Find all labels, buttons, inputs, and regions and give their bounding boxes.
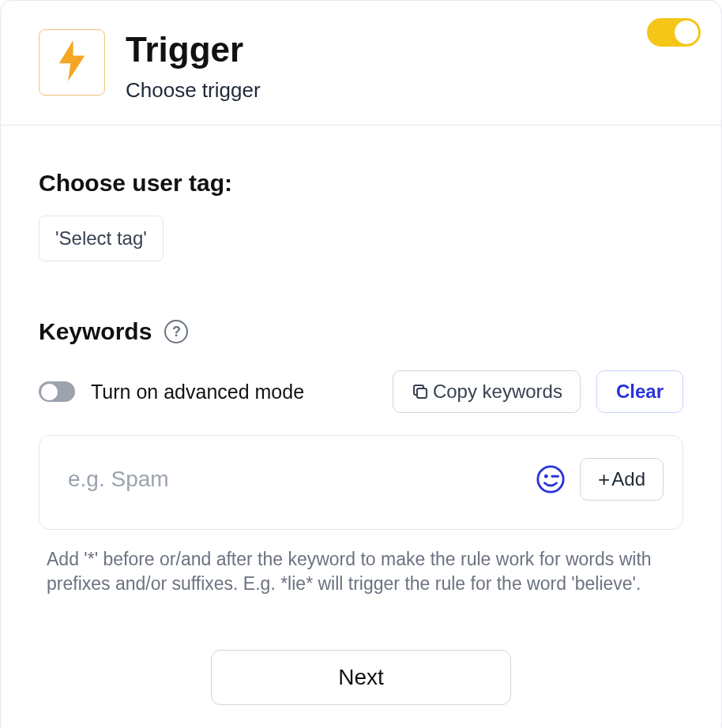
select-tag-dropdown[interactable]: 'Select tag' [39,216,164,261]
trigger-card: Trigger Choose trigger Choose user tag: … [0,0,722,728]
keywords-header-row: Keywords ? [39,318,683,345]
trigger-icon-box [39,29,105,96]
user-tag-label: Choose user tag: [39,170,683,197]
advanced-mode-toggle[interactable] [39,381,75,402]
card-header: Trigger Choose trigger [1,1,721,126]
lightning-icon [56,40,88,84]
title-block: Trigger Choose trigger [126,31,261,103]
copy-icon [411,382,430,401]
keyword-help-text: Add '*' before or/and after the keyword … [39,547,683,596]
question-icon[interactable]: ? [164,320,188,343]
keyword-input[interactable] [68,467,521,492]
copy-keywords-button[interactable]: Copy keywords [393,370,581,413]
card-subtitle: Choose trigger [126,78,261,103]
plus-icon: + [598,469,610,490]
advanced-mode-label: Turn on advanced mode [91,381,377,403]
copy-keywords-label: Copy keywords [433,381,562,403]
footer-row: Next [39,650,683,705]
add-label: Add [611,468,645,490]
toggle-knob [675,21,698,44]
next-button[interactable]: Next [211,650,511,705]
svg-point-2 [544,475,548,478]
card-body: Choose user tag: 'Select tag' Keywords ?… [1,126,721,728]
toggle-knob [41,384,58,400]
keyword-input-box: + Add [39,435,683,530]
keywords-label: Keywords [39,318,152,345]
svg-point-1 [538,467,563,492]
svg-rect-0 [417,388,427,398]
emoji-wink-icon[interactable] [536,464,566,494]
enable-trigger-toggle[interactable] [647,18,701,47]
clear-button[interactable]: Clear [596,370,683,413]
advanced-row: Turn on advanced mode Copy keywords Clea… [39,370,683,413]
add-keyword-button[interactable]: + Add [580,458,664,501]
card-title: Trigger [126,31,261,69]
